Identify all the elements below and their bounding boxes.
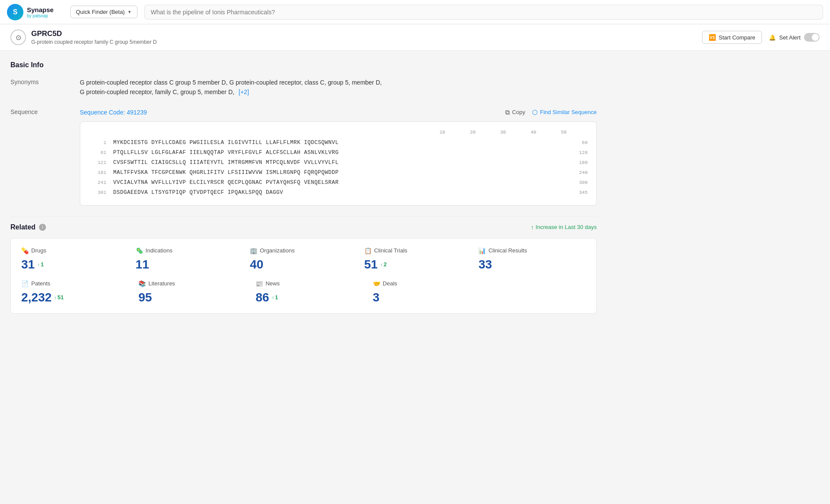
related-item-icon: 📊 [478,247,486,254]
related-title: Related [10,223,36,231]
related-info-icon[interactable]: i [39,224,46,231]
section-divider [10,216,597,216]
seq-line-start: 181 [89,169,106,177]
related-item-header: 🦠 Indications [136,247,236,254]
sequence-line: 301 DSDGAEEDVA LTSYGTPIQP QTVDPTQECF IPQ… [89,188,588,197]
increase-value: 1 [41,261,44,268]
synonyms-text-line1: G protein-coupled receptor class C group… [80,79,382,86]
related-item[interactable]: 🤝 Deals 3 [366,280,483,304]
related-count: 95 [138,291,241,304]
related-item-header: 📊 Clinical Results [478,247,578,254]
related-item-header: 📚 Literatures [138,280,241,287]
entity-title: GPRC5D [31,29,157,38]
related-count: 31 ↑ 1 [21,258,121,272]
logo: S Synapse by patsnap [7,4,63,20]
related-item-label: Literatures [148,280,175,287]
related-item-icon: 🦠 [136,247,143,254]
seq-line-start: 241 [89,179,106,187]
seq-line-end: 240 [570,169,588,177]
set-alert-toggle[interactable] [804,33,820,42]
related-item-icon: 📚 [138,280,146,287]
related-item[interactable]: 🦠 Indications 11 [129,247,243,272]
related-item-header: 🏢 Organizations [250,247,350,254]
count-increase: ↑ 51 [54,294,64,301]
logo-sub: by patsnap [27,13,54,18]
related-item[interactable]: 📄 Patents 2,232 ↑ 51 [21,280,131,304]
count-increase: ↑ 1 [272,294,278,301]
entity-titles: GPRC5D G-protein coupled receptor family… [31,29,157,45]
related-item-header: 📋 Clinical Trials [364,247,464,254]
related-item-header: 📰 News [255,280,358,287]
sequence-line: 1 MYKDCIESTG DYFLLCDAEG PWGIILESLA ILGIV… [89,138,588,147]
related-item[interactable]: 📊 Clinical Results 33 [471,247,586,272]
start-compare-button[interactable]: 🆚 Start Compare [702,31,762,44]
top-nav: S Synapse by patsnap Quick Finder (Beta)… [0,0,830,24]
related-header: Related i ↑ Increase in Last 30 days [10,223,597,231]
seq-line-start: 61 [89,149,106,157]
logo-icon: S [7,4,23,20]
related-item-icon: 📋 [364,247,372,254]
increase-label: ↑ Increase in Last 30 days [531,224,597,231]
copy-icon: ⧉ [505,108,510,116]
chevron-down-icon: ▼ [127,10,132,14]
sequence-actions: ⧉ Copy ⬡ Find Similar Sequence [505,108,597,116]
related-item[interactable]: 📰 News 86 ↑ 1 [248,280,366,304]
seq-line-start: 121 [89,159,106,167]
related-count: 3 [373,291,476,304]
seq-line-end: 180 [570,159,588,167]
sequence-box: 10 20 30 40 50 1 MYKDCIESTG DYFLLCDAEG P… [80,121,597,206]
related-item-icon: 💊 [21,247,29,254]
count-value: 51 [364,258,378,272]
related-item-label: News [265,280,280,287]
count-value: 3 [373,291,380,304]
arrow-up-icon: ↑ [380,262,383,267]
increase-value: 1 [275,294,278,301]
copy-label: Copy [512,109,525,115]
count-value: 86 [255,291,269,304]
count-value: 11 [136,258,149,272]
synonyms-value: G protein-coupled receptor class C group… [80,78,597,97]
sequence-row: Sequence Sequence Code: 491239 ⧉ Copy ⬡ … [10,108,597,206]
related-item[interactable]: 🏢 Organizations 40 [243,247,357,272]
synonyms-label: Synonyms [10,78,80,85]
sequence-lines: 1 MYKDCIESTG DYFLLCDAEG PWGIILESLA ILGIV… [89,138,588,197]
logo-title: Synapse [27,6,54,13]
sequence-line: 241 VVCIALVTNA WVFLLLYIVP ELCILYRSCR QEC… [89,178,588,187]
seq-line-start: 1 [89,139,106,147]
entity-subtitle: G-protein coupled receptor family C grou… [31,39,157,45]
seq-line-content: DSDGAEEDVA LTSYGTPIQP QTVDPTQECF IPQAKLS… [113,188,566,197]
related-item-label: Clinical Results [488,247,527,254]
related-item-label: Clinical Trials [374,247,408,254]
quick-finder-button[interactable]: Quick Finder (Beta) ▼ [70,6,137,18]
synonyms-expand-link[interactable]: [+2] [239,88,249,95]
entity-actions: 🆚 Start Compare 🔔 Set Alert [702,31,820,44]
seq-line-content: PTQLLFLLSV LGLFGLAFAF IIELNQQTAP VRYFLFG… [113,148,566,157]
count-value: 33 [478,258,492,272]
sequence-code-link[interactable]: Sequence Code: 491239 [80,108,147,117]
related-count: 40 [250,258,350,272]
count-value: 95 [138,291,152,304]
search-input[interactable] [144,5,823,20]
count-value: 31 [21,258,35,272]
synonyms-row: Synonyms G protein-coupled receptor clas… [10,78,597,97]
seq-line-end: 60 [570,139,588,147]
ruler-10: 10 [427,129,457,137]
arrow-up-icon: ↑ [531,224,534,231]
main-content: Basic Info Synonyms G protein-coupled re… [0,51,607,324]
sequence-line: 61 PTQLLFLLSV LGLFGLAFAF IIELNQQTAP VRYF… [89,148,588,157]
related-item-header: 📄 Patents [21,280,124,287]
set-alert-area: 🔔 Set Alert [769,33,820,42]
related-grid: 💊 Drugs 31 ↑ 1 🦠 Indications 11 🏢 [10,238,597,314]
related-item[interactable]: 💊 Drugs 31 ↑ 1 [21,247,129,272]
seq-line-end: 120 [570,149,588,157]
sequence-header: Sequence Code: 491239 ⧉ Copy ⬡ Find Simi… [80,108,597,117]
related-item-label: Organizations [260,247,294,254]
find-similar-button[interactable]: ⬡ Find Similar Sequence [532,108,597,116]
copy-button[interactable]: ⧉ Copy [505,108,525,116]
seq-line-end: 300 [570,179,588,187]
sequence-value: Sequence Code: 491239 ⧉ Copy ⬡ Find Simi… [80,108,597,206]
related-item[interactable]: 📋 Clinical Trials 51 ↑ 2 [357,247,472,272]
sequence-line: 181 MALTFFVSKA TFCGPCENWK QHGRLIFITV LFS… [89,168,588,177]
related-item[interactable]: 📚 Literatures 95 [131,280,248,304]
ruler-numbers: 10 20 30 40 50 [427,129,579,137]
